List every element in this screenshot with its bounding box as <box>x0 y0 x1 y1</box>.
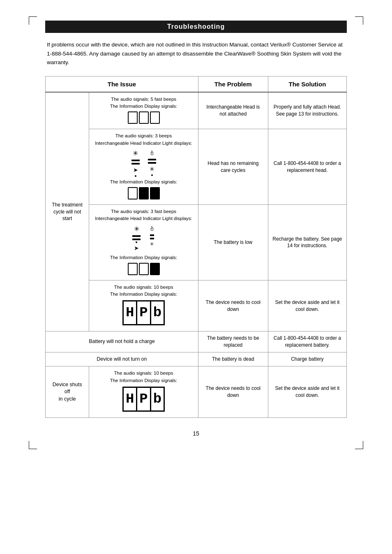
issue-no-turn-on: Device will not turn on <box>46 352 198 366</box>
lcd-box-2 <box>139 111 149 124</box>
solution-cool-down-2: Set the device aside and let it cool dow… <box>268 366 346 418</box>
lcd-box-3 <box>150 111 160 124</box>
page-number: 15 <box>45 430 347 437</box>
corner-mark-tr <box>355 16 363 25</box>
solution-recharge: Recharge the battery. See page 14 for in… <box>268 205 346 280</box>
p-char-2: P <box>137 388 151 410</box>
details-row-4: The audio signals: 10 beeps The Informat… <box>89 280 198 331</box>
col-header-solution: The Solution <box>268 76 346 92</box>
dot-1 <box>135 175 136 177</box>
arrow-icon: ➤ <box>133 166 138 174</box>
indicator-lights-partial: ✳ ➤ 🕯 ✳ <box>93 224 194 253</box>
solution-order-head: Call 1-800-454-4408 to order a replaceme… <box>268 129 346 205</box>
lcd-box-e <box>139 263 149 275</box>
table-row: Device will not turn on The battery is d… <box>46 352 347 366</box>
details-row-2: The audio signals: 3 beeps Interchangeab… <box>89 129 198 205</box>
hp-display-2: H P b <box>93 387 194 412</box>
h-char: H <box>124 301 137 324</box>
p-char: P <box>137 301 151 324</box>
problem-cool-down-2: The device needs to cool down <box>198 366 268 418</box>
asterisk-icon: ✳ <box>150 241 154 248</box>
table-row: The audio signals: 3 beeps Interchangeab… <box>46 129 347 205</box>
dot-2 <box>151 174 153 176</box>
corner-mark-bl <box>29 441 37 449</box>
sun-icon: ✳ <box>133 148 138 158</box>
arrow-icon-3: ➤ <box>134 244 139 253</box>
display-two-filled <box>93 187 194 199</box>
b-char: b <box>151 301 164 324</box>
col-header-issue: The Issue <box>46 76 198 92</box>
problem-battery-replace: The battery needs to be replaced <box>198 331 268 352</box>
bar-half-2 <box>150 238 154 239</box>
table-row: The audio signals: 3 fast beeps Intercha… <box>46 205 347 280</box>
sun-icon-2: ✳ <box>134 224 139 234</box>
details-row-3: The audio signals: 3 fast beeps Intercha… <box>89 205 198 280</box>
b-char-2: b <box>151 388 164 410</box>
display-battery-low <box>93 263 194 275</box>
bar-half-1 <box>150 234 154 236</box>
indicator-bottle-col-2: 🕯 ✳ <box>149 224 155 248</box>
hp-chars: H P b <box>122 300 165 325</box>
solution-cool-down-1: Set the device aside and let it cool dow… <box>268 280 346 331</box>
details-row-1: The audio signals: 5 fast beeps The Info… <box>89 92 198 129</box>
table-row: The treatmentcycle will not start The au… <box>46 92 347 129</box>
lcd-box-a <box>128 187 138 199</box>
table-row: Battery will not hold a charge The batte… <box>46 331 347 352</box>
problem-no-head: Interchangeable Head isnot attached <box>198 92 268 129</box>
bottle-icon-2: 🕯 <box>149 224 155 234</box>
bar-full-4 <box>148 162 156 164</box>
bar-full-3 <box>148 159 156 160</box>
bar-p2 <box>132 239 141 240</box>
indicator-sun-col-2: ✳ ➤ <box>132 224 141 253</box>
issue-shuts-off: Device shuts offin cycle <box>46 366 89 418</box>
hp-chars-2: H P b <box>122 387 165 412</box>
solution-attach-head: Properly and fully attach Head. See page… <box>268 92 346 129</box>
solution-battery-replace: Call 1-800-454-4408 to order a replaceme… <box>268 331 346 352</box>
arrow-icon-2: ✳ <box>150 165 154 174</box>
hp-display-1: H P b <box>93 300 194 325</box>
lcd-box-d <box>128 263 138 275</box>
lcd-box-f <box>150 263 160 275</box>
lcd-box-c <box>150 187 160 199</box>
col-header-problem: The Problem <box>198 76 268 92</box>
indicator-lights-full: ✳ ➤ 🕯 ✳ <box>93 148 194 177</box>
bar-p1 <box>132 235 141 237</box>
table-row: The audio signals: 10 beeps The Informat… <box>46 280 347 331</box>
troubleshooting-table: The Issue The Problem The Solution The t… <box>45 76 347 418</box>
details-row-5: The audio signals: 10 beeps The Informat… <box>89 366 198 418</box>
indicator-sun-col: ✳ ➤ <box>131 148 140 177</box>
bar-full-1 <box>131 160 140 161</box>
h-char-2: H <box>124 388 137 410</box>
intro-paragraph: If problems occur with the device, which… <box>45 40 347 67</box>
solution-charge-battery: Charge battery <box>268 352 346 366</box>
table-row: Device shuts offin cycle The audio signa… <box>46 366 347 418</box>
problem-battery-dead: The battery is dead <box>198 352 268 366</box>
page-title: Troubleshooting <box>45 21 347 33</box>
corner-mark-br <box>355 441 363 449</box>
problem-battery-low: The battery is low <box>198 205 268 280</box>
dot-3 <box>136 241 137 243</box>
problem-no-cycles: Head has no remainingcare cycles <box>198 129 268 205</box>
corner-mark-tl <box>29 16 37 25</box>
issue-treatment-cycle: The treatmentcycle will not start <box>46 92 89 331</box>
problem-cool-down-1: The device needs to cool down <box>198 280 268 331</box>
issue-battery-charge: Battery will not hold a charge <box>46 331 198 352</box>
indicator-bottle-col: 🕯 ✳ <box>148 148 156 176</box>
bottle-icon: 🕯 <box>149 148 155 158</box>
lcd-box-b <box>139 187 149 199</box>
lcd-box-1 <box>128 111 138 124</box>
bar-full-2 <box>131 163 140 165</box>
display-three-outline <box>93 111 194 124</box>
